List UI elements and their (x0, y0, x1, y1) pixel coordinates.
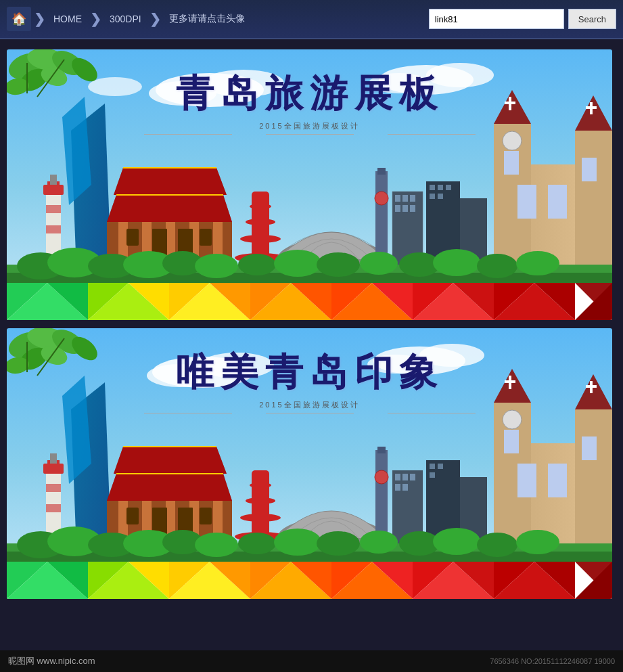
svg-rect-57 (446, 185, 451, 190)
banner1-subtitle: 2015全国旅游展板设计 (7, 121, 612, 131)
banner1-title-area: 青岛旅游展板 2015全国旅游展板设计 (7, 68, 612, 135)
page-footer: 昵图网 www.nipic.com 7656346 NO:20151112246… (0, 650, 623, 672)
banner2-subtitle: 2015全国旅游展板设计 (7, 400, 612, 410)
svg-point-44 (375, 192, 388, 205)
svg-point-199 (195, 533, 238, 557)
banner2-title: 唯美青岛印象 (7, 347, 612, 399)
svg-point-88 (477, 254, 517, 278)
svg-rect-190 (548, 464, 567, 497)
search-button[interactable]: Search (568, 9, 616, 29)
svg-marker-141 (107, 474, 232, 501)
svg-rect-47 (395, 195, 400, 202)
svg-point-206 (477, 533, 517, 557)
search-input[interactable] (429, 9, 564, 29)
svg-rect-169 (402, 474, 408, 480)
svg-rect-189 (517, 464, 536, 497)
svg-rect-168 (395, 474, 400, 480)
svg-rect-55 (430, 185, 435, 190)
svg-rect-15 (46, 225, 61, 233)
svg-point-81 (195, 254, 238, 278)
nav-item-home[interactable]: HOME (48, 11, 87, 27)
svg-point-85 (360, 252, 398, 275)
svg-marker-19 (107, 195, 232, 222)
svg-rect-58 (430, 194, 435, 199)
svg-rect-151 (126, 508, 139, 524)
svg-point-87 (433, 249, 480, 276)
svg-point-205 (433, 528, 480, 555)
svg-rect-71 (517, 185, 536, 219)
svg-rect-187 (504, 430, 519, 453)
svg-rect-59 (438, 194, 443, 199)
svg-rect-176 (438, 464, 443, 469)
svg-rect-171 (395, 484, 400, 491)
svg-rect-135 (50, 453, 57, 464)
svg-rect-13 (50, 175, 57, 185)
main-content: 青岛旅游展板 2015全国旅游展板设计 (0, 39, 623, 609)
svg-rect-51 (402, 205, 408, 212)
svg-rect-188 (582, 436, 597, 460)
banner-2: 唯美青岛印象 2015全国旅游展板设计 (7, 328, 612, 599)
svg-rect-69 (504, 151, 519, 175)
nav-item-dpi[interactable]: 300DPI (104, 11, 147, 27)
svg-rect-154 (200, 508, 212, 524)
svg-rect-165 (377, 447, 386, 453)
svg-rect-49 (410, 195, 415, 202)
svg-point-207 (516, 530, 559, 554)
svg-rect-52 (410, 205, 415, 212)
svg-marker-143 (114, 447, 227, 474)
search-area: Search (429, 9, 616, 29)
nav-arrow-1: ❯ (34, 11, 45, 27)
svg-point-82 (238, 254, 276, 275)
svg-point-203 (360, 531, 398, 554)
footer-info: 7656346 NO:20151112246087 19000 (490, 657, 615, 665)
svg-rect-56 (438, 185, 443, 190)
svg-point-200 (238, 533, 276, 554)
footer-logo: 昵图网 www.nipic.com (8, 655, 95, 667)
svg-rect-175 (430, 464, 435, 469)
svg-rect-172 (402, 484, 408, 491)
svg-point-201 (274, 529, 321, 556)
banner-1: 青岛旅游展板 2015全国旅游展板设计 (7, 49, 612, 320)
svg-point-202 (317, 531, 360, 556)
svg-rect-62 (575, 131, 612, 279)
header: 🏠 ❯ HOME ❯ 300DPI ❯ 更多请请点击头像 Search (0, 0, 623, 39)
home-button[interactable]: 🏠 (7, 7, 31, 31)
svg-rect-70 (582, 158, 597, 181)
banner1-title: 青岛旅游展板 (7, 68, 612, 120)
svg-rect-180 (575, 409, 612, 558)
nav-arrow-2: ❯ (90, 11, 101, 27)
svg-rect-137 (46, 504, 61, 512)
svg-rect-29 (126, 229, 139, 246)
svg-rect-170 (410, 474, 415, 480)
svg-point-84 (317, 252, 360, 277)
svg-rect-32 (200, 229, 212, 246)
svg-point-89 (516, 251, 559, 275)
nav-left: 🏠 ❯ HOME ❯ 300DPI ❯ 更多请请点击头像 (7, 7, 429, 31)
svg-marker-21 (114, 168, 227, 195)
banner2-title-area: 唯美青岛印象 2015全国旅游展板设计 (7, 347, 612, 413)
svg-rect-48 (402, 195, 408, 202)
nav-arrow-3: ❯ (149, 11, 161, 27)
svg-rect-43 (377, 168, 386, 175)
svg-rect-14 (46, 205, 61, 213)
svg-point-166 (375, 470, 388, 484)
svg-point-83 (274, 250, 321, 277)
svg-rect-136 (46, 484, 61, 492)
nav-item-more[interactable]: 更多请请点击头像 (164, 10, 250, 28)
svg-rect-177 (430, 472, 435, 478)
svg-rect-72 (548, 185, 567, 219)
svg-rect-50 (395, 205, 400, 212)
